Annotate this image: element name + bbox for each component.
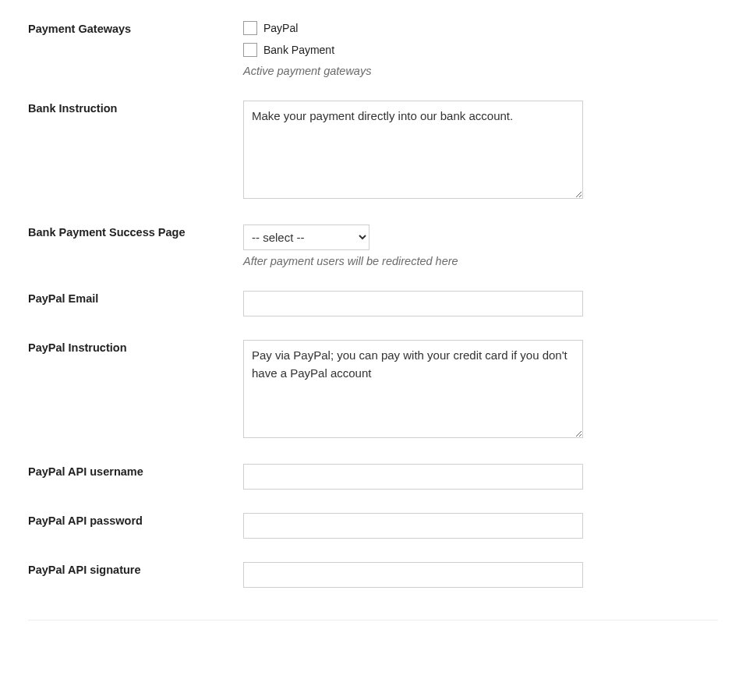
paypal-email-input[interactable]	[243, 291, 583, 316]
checkbox-label-bank: Bank Payment	[263, 44, 334, 56]
hint-bank-success-page: After payment users will be redirected h…	[243, 255, 718, 267]
row-paypal-email: PayPal Email	[28, 279, 718, 328]
checkbox-label-paypal: PayPal	[263, 22, 298, 34]
label-paypal-api-signature: PayPal API signature	[28, 562, 243, 576]
label-payment-gateways: Payment Gateways	[28, 21, 243, 35]
row-paypal-api-password: PayPal API password	[28, 501, 718, 550]
row-bank-success-page: Bank Payment Success Page -- select -- A…	[28, 213, 718, 279]
field-paypal-instruction	[243, 340, 718, 440]
paypal-api-signature-input[interactable]	[243, 562, 583, 588]
field-paypal-api-username	[243, 464, 718, 490]
section-divider	[28, 620, 718, 620]
field-paypal-api-signature	[243, 562, 718, 588]
paypal-api-username-input[interactable]	[243, 464, 583, 490]
checkbox-paypal[interactable]	[243, 21, 257, 35]
field-paypal-api-password	[243, 513, 718, 539]
row-paypal-api-username: PayPal API username	[28, 452, 718, 501]
label-paypal-api-password: PayPal API password	[28, 513, 243, 527]
row-payment-gateways: Payment Gateways PayPal Bank Payment Act…	[28, 9, 718, 89]
bank-instruction-textarea[interactable]	[243, 101, 583, 199]
settings-form: Payment Gateways PayPal Bank Payment Act…	[28, 9, 718, 599]
label-paypal-instruction: PayPal Instruction	[28, 340, 243, 354]
bank-success-page-select[interactable]: -- select --	[243, 224, 369, 250]
row-bank-instruction: Bank Instruction	[28, 89, 718, 213]
row-paypal-instruction: PayPal Instruction	[28, 328, 718, 452]
field-bank-success-page: -- select -- After payment users will be…	[243, 224, 718, 267]
checkbox-line-bank: Bank Payment	[243, 43, 718, 57]
row-paypal-api-signature: PayPal API signature	[28, 550, 718, 599]
field-bank-instruction	[243, 101, 718, 201]
label-bank-instruction: Bank Instruction	[28, 101, 243, 115]
paypal-instruction-textarea[interactable]	[243, 340, 583, 438]
hint-payment-gateways: Active payment gateways	[243, 65, 718, 77]
paypal-api-password-input[interactable]	[243, 513, 583, 539]
field-payment-gateways: PayPal Bank Payment Active payment gatew…	[243, 21, 718, 77]
label-paypal-email: PayPal Email	[28, 291, 243, 305]
label-paypal-api-username: PayPal API username	[28, 464, 243, 478]
field-paypal-email	[243, 291, 718, 316]
checkbox-bank[interactable]	[243, 43, 257, 57]
checkbox-line-paypal: PayPal	[243, 21, 718, 35]
label-bank-success-page: Bank Payment Success Page	[28, 224, 243, 239]
